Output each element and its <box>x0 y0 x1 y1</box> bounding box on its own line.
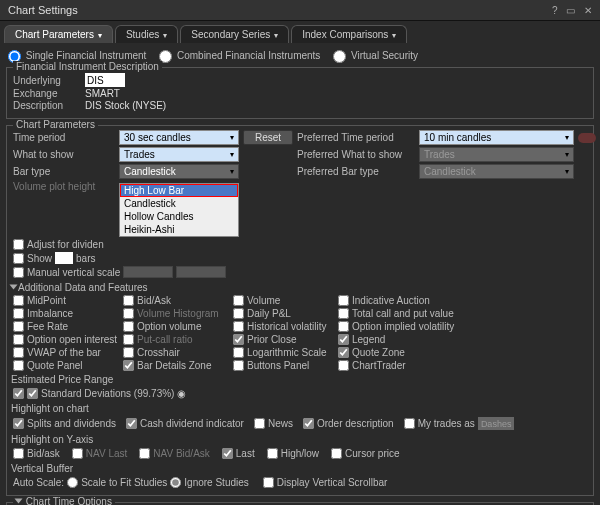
show-bars-input[interactable] <box>55 252 73 264</box>
addl-check[interactable]: Bid/Ask <box>123 295 233 306</box>
tab-secondary-series[interactable]: Secondary Series <box>180 25 289 43</box>
what-to-show-select[interactable]: Trades▾ <box>119 147 239 162</box>
addl-check <box>443 321 583 332</box>
addl-check[interactable]: Option open interest <box>13 334 123 345</box>
highlight-y-row: Bid/askNAV LastNAV Bid/AskLastHigh/lowCu… <box>13 447 587 460</box>
std-dev-check[interactable]: Standard Deviations (99.73%) <box>27 388 174 399</box>
bar-type-option-heikin[interactable]: Heikin-Ashi <box>120 223 238 236</box>
hl-y-check[interactable]: Bid/ask <box>13 448 60 459</box>
tab-chart-parameters[interactable]: Chart Parameters <box>4 25 113 43</box>
highlight-y-title: Highlight on Y-axis <box>11 434 587 445</box>
hl-y-check[interactable]: Last <box>222 448 255 459</box>
maximize-icon[interactable]: ▭ <box>566 5 575 16</box>
bar-type-dropdown: High Low Bar Candlestick Hollow Candles … <box>119 183 239 237</box>
addl-check <box>443 360 583 371</box>
additional-data-title: Additional Data and Features <box>18 282 148 293</box>
exchange-label: Exchange <box>13 88 81 99</box>
auto-scale-label: Auto Scale: <box>13 477 64 488</box>
window-title: Chart Settings <box>8 4 78 16</box>
tab-index-comparisons[interactable]: Index Comparisons <box>291 25 407 43</box>
hl-chart-check[interactable]: Order description <box>303 418 394 429</box>
bar-type-label: Bar type <box>13 166 115 177</box>
addl-check[interactable]: Fee Rate <box>13 321 123 332</box>
manual-scale-min[interactable] <box>123 266 173 278</box>
description-value: DIS Stock (NYSE) <box>85 100 166 111</box>
addl-check[interactable]: Option volume <box>123 321 233 332</box>
my-trades-style-select[interactable]: Dashes <box>478 417 515 430</box>
reset-button[interactable]: Reset <box>243 130 293 145</box>
radio-virtual[interactable]: Virtual Security <box>333 50 418 61</box>
addl-check <box>443 308 583 319</box>
radio-scale-fit[interactable]: Scale to Fit Studies <box>67 477 167 488</box>
addl-check[interactable]: Prior Close <box>233 334 338 345</box>
time-period-label: Time period <box>13 132 115 143</box>
addl-check[interactable]: Indicative Auction <box>338 295 443 306</box>
underlying-input[interactable] <box>85 73 125 87</box>
tab-studies[interactable]: Studies <box>115 25 178 43</box>
addl-check[interactable]: Imbalance <box>13 308 123 319</box>
hl-chart-check[interactable]: Cash dividend indicator <box>126 418 244 429</box>
addl-check[interactable]: Put-call ratio <box>123 334 233 345</box>
addl-check[interactable]: Legend <box>338 334 443 345</box>
info-icon[interactable]: ◉ <box>177 388 186 399</box>
pref-bar-label: Preferred Bar type <box>297 166 415 177</box>
hl-chart-check[interactable]: My trades as <box>404 418 475 429</box>
pref-time-period-select[interactable]: 10 min candles▾ <box>419 130 574 145</box>
addl-check[interactable]: Total call and put value <box>338 308 443 319</box>
help-icon[interactable]: ? <box>552 5 558 16</box>
epr-check[interactable] <box>13 388 24 399</box>
addl-check[interactable]: Volume <box>233 295 338 306</box>
addl-check[interactable]: Quote Panel <box>13 360 123 371</box>
addl-check[interactable]: Option implied volatility <box>338 321 443 332</box>
addl-check[interactable]: ChartTrader <box>338 360 443 371</box>
radio-single[interactable]: Single Financial Instrument <box>8 50 146 61</box>
additional-data-grid: MidPointBid/AskVolumeIndicative AuctionI… <box>13 295 587 371</box>
highlight-chart-title: Highlight on chart <box>11 403 587 414</box>
expand-icon[interactable] <box>10 285 18 290</box>
time-period-select[interactable]: 30 sec candles▾ <box>119 130 239 145</box>
radio-combined[interactable]: Combined Financial Instruments <box>159 50 320 61</box>
addl-check[interactable]: VWAP of the bar <box>13 347 123 358</box>
expand-icon[interactable] <box>15 499 23 504</box>
hl-y-check[interactable]: NAV Last <box>72 448 128 459</box>
manual-scale-check[interactable]: Manual vertical scale <box>13 267 120 278</box>
pref-what-select[interactable]: Trades▾ <box>419 147 574 162</box>
titlebar: Chart Settings ? ▭ ✕ <box>0 0 600 21</box>
underlying-label: Underlying <box>13 75 81 86</box>
pref-toggle[interactable] <box>578 133 596 143</box>
bar-type-option-hollow[interactable]: Hollow Candles <box>120 210 238 223</box>
highlight-chart-row: Splits and dividendsCash dividend indica… <box>13 416 587 431</box>
addl-check[interactable]: Daily P&L <box>233 308 338 319</box>
addl-check[interactable]: Quote Zone <box>338 347 443 358</box>
fin-instrument-description: Financial Instrument Description Underly… <box>6 67 594 119</box>
chart-parameters-fieldset: Chart Parameters Time period 30 sec cand… <box>6 125 594 496</box>
addl-check[interactable]: Bar Details Zone <box>123 360 233 371</box>
addl-check[interactable]: Crosshair <box>123 347 233 358</box>
addl-check <box>443 295 583 306</box>
addl-check[interactable]: Historical volatility <box>233 321 338 332</box>
hl-y-check[interactable]: High/low <box>267 448 319 459</box>
display-vscroll-check[interactable]: Display Vertical Scrollbar <box>263 477 388 488</box>
bar-type-select[interactable]: Candlestick▾ <box>119 164 239 179</box>
hl-y-check[interactable]: NAV Bid/Ask <box>139 448 210 459</box>
pref-time-period-label: Preferred Time period <box>297 132 415 143</box>
show-bars-check[interactable]: Show <box>13 253 52 264</box>
addl-check <box>443 334 583 345</box>
close-icon[interactable]: ✕ <box>584 5 592 16</box>
manual-scale-max[interactable] <box>176 266 226 278</box>
hl-chart-check[interactable]: News <box>254 418 293 429</box>
pref-bar-select[interactable]: Candlestick▾ <box>419 164 574 179</box>
hl-chart-check[interactable]: Splits and dividends <box>13 418 116 429</box>
addl-check[interactable]: Buttons Panel <box>233 360 338 371</box>
hl-y-check[interactable]: Cursor price <box>331 448 399 459</box>
adjust-dividends-check[interactable]: Adjust for dividen <box>13 239 104 250</box>
addl-check[interactable]: Volume Histogram <box>123 308 233 319</box>
addl-check[interactable]: MidPoint <box>13 295 123 306</box>
est-price-range-title: Estimated Price Range <box>11 374 587 385</box>
addl-check[interactable]: Logarithmic Scale <box>233 347 338 358</box>
exchange-value: SMART <box>85 88 120 99</box>
bar-type-option-high-low[interactable]: High Low Bar <box>120 184 238 197</box>
radio-ignore-studies[interactable]: Ignore Studies <box>170 477 249 488</box>
bar-type-option-candlestick[interactable]: Candlestick <box>120 197 238 210</box>
addl-check <box>443 347 583 358</box>
